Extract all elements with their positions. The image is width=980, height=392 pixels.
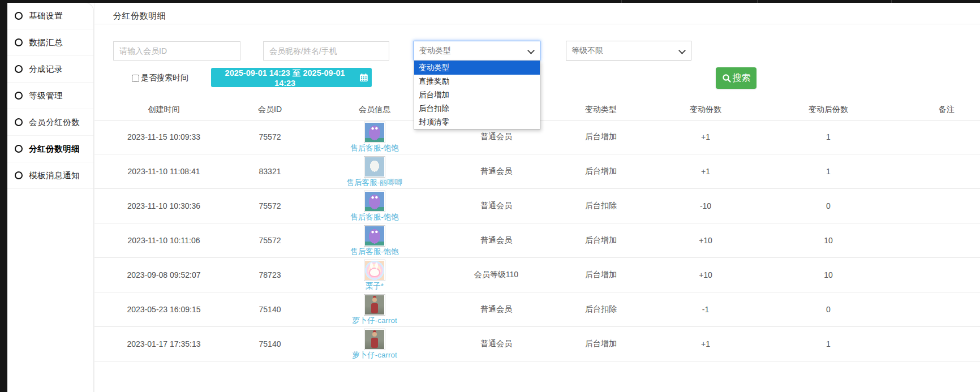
circle-icon <box>15 65 23 73</box>
cell-member-level: 会员等级110 <box>442 270 550 280</box>
search-button[interactable]: 搜索 <box>716 67 757 89</box>
cell-change-type: 后台增加 <box>550 166 652 176</box>
member-nickname-link[interactable]: 售后客服-饱饱 <box>350 247 399 256</box>
change-type-dropdown: 变动类型 直推奖励 后台增加 后台扣除 封顶清零 <box>414 61 540 130</box>
cell-create-time: 2023-11-10 11:08:41 <box>94 167 233 176</box>
cell-change-type: 后台增加 <box>550 270 652 280</box>
dropdown-option[interactable]: 变动类型 <box>414 61 540 75</box>
circle-icon <box>15 171 23 179</box>
cell-member-level: 普通会员 <box>442 235 550 245</box>
table-body: 2023-11-15 10:09:33 75572 售后客服-饱饱 普通会员 后… <box>94 120 980 361</box>
cell-change-type: 后台增加 <box>550 132 652 142</box>
sidebar-item-5[interactable]: 会员分红份数 <box>7 109 93 136</box>
circle-icon <box>15 145 23 153</box>
cell-member-info: 栗子* <box>307 258 442 292</box>
sidebar-item-7[interactable]: 模板消息通知 <box>7 162 93 189</box>
dropdown-option[interactable]: 直推奖励 <box>414 75 540 88</box>
cell-member-level: 普通会员 <box>442 166 550 176</box>
date-range-text: 2025-09-01 14:23 至 2025-09-01 14:23 <box>214 68 355 88</box>
cell-change-type: 后台扣除 <box>550 201 652 211</box>
cell-after-shares: 10 <box>759 236 897 245</box>
cell-change-type: 后台增加 <box>550 339 652 349</box>
cell-after-shares: 0 <box>759 305 897 314</box>
cell-change-shares: +10 <box>652 270 759 279</box>
cell-change-shares: +1 <box>652 339 759 348</box>
cell-member-info: 售后客服-饱饱 <box>307 223 442 257</box>
cell-member-info: 萝卜仔-carrot <box>307 327 442 361</box>
member-avatar <box>364 156 385 178</box>
chevron-down-icon <box>678 47 686 54</box>
table-row: 2023-11-10 10:11:06 75572 售后客服-饱饱 普通会员 后… <box>94 223 980 258</box>
cell-after-shares: 0 <box>759 201 897 210</box>
sidebar-item-label: 分红份数明细 <box>29 144 80 154</box>
table-header-cell: 变动份数 <box>652 105 759 115</box>
member-avatar <box>364 225 385 247</box>
cell-change-shares: -10 <box>652 201 759 210</box>
member-nickname-link[interactable]: 售后客服-饱饱 <box>350 144 399 152</box>
member-id-input[interactable] <box>113 41 240 61</box>
search-button-label: 搜索 <box>733 72 751 84</box>
cell-member-id: 75572 <box>233 132 307 141</box>
calendar-icon <box>359 73 368 82</box>
sidebar-item-4[interactable]: 等级管理 <box>7 83 93 109</box>
member-nickname-link[interactable]: 栗子* <box>366 282 384 290</box>
circle-icon <box>15 118 23 126</box>
cell-member-info: 售后客服-丽唧唧 <box>307 154 442 188</box>
dropdown-option[interactable]: 后台增加 <box>414 88 540 102</box>
sidebar-item-label: 基础设置 <box>29 11 63 21</box>
cell-after-shares: 1 <box>759 339 897 348</box>
date-range-button[interactable]: 2025-09-01 14:23 至 2025-09-01 14:23 <box>211 68 372 87</box>
cell-member-info: 售后客服-饱饱 <box>307 189 442 223</box>
cell-member-id: 75572 <box>233 201 307 210</box>
member-nickname-link[interactable]: 萝卜仔-carrot <box>352 316 397 325</box>
table-header-cell: 会员ID <box>233 105 307 115</box>
cell-member-level: 普通会员 <box>442 339 550 349</box>
dropdown-option[interactable]: 后台扣除 <box>414 102 540 115</box>
member-avatar <box>364 260 385 281</box>
change-type-select-value: 变动类型 <box>419 46 451 56</box>
cell-member-id: 75140 <box>233 339 307 348</box>
table-header-cell: 备注 <box>897 105 980 115</box>
sidebar-item-2[interactable]: 数据汇总 <box>7 29 93 56</box>
dropdown-option[interactable]: 封顶清零 <box>414 115 540 129</box>
cell-create-time: 2023-09-08 09:52:07 <box>94 270 233 279</box>
circle-icon <box>15 12 23 20</box>
circle-icon <box>15 92 23 100</box>
sidebar-item-3[interactable]: 分成记录 <box>7 56 93 83</box>
table-row: 2023-09-08 09:52:07 78723 栗子* 会员等级110 后台… <box>94 258 980 292</box>
window-left-edge <box>0 0 7 392</box>
cell-member-level: 普通会员 <box>442 304 550 315</box>
member-nickname-link[interactable]: 售后客服-饱饱 <box>350 213 399 221</box>
nickname-input[interactable] <box>263 41 389 61</box>
cell-member-id: 78723 <box>233 270 307 279</box>
table-header-cell: 变动后份数 <box>759 105 897 115</box>
search-time-checkbox[interactable]: 是否搜索时间 <box>132 73 188 83</box>
level-select-value: 等级不限 <box>571 46 603 56</box>
cell-member-level: 普通会员 <box>442 132 550 142</box>
sidebar-item-label: 会员分红份数 <box>29 117 80 128</box>
level-select[interactable]: 等级不限 <box>566 41 691 61</box>
cell-create-time: 2023-05-23 16:09:15 <box>94 305 233 314</box>
title-divider <box>94 24 980 24</box>
table-row: 2023-05-23 16:09:15 75140 萝卜仔-carrot 普通会… <box>94 292 980 327</box>
table-header-cell: 变动类型 <box>550 105 652 115</box>
cell-create-time: 2023-11-10 10:30:36 <box>94 201 233 210</box>
page-title: 分红份数明细 <box>113 11 166 21</box>
cell-member-level: 普通会员 <box>442 201 550 211</box>
circle-icon <box>15 38 23 46</box>
member-avatar <box>364 329 385 350</box>
table-row: 2023-01-17 17:35:13 75140 萝卜仔-carrot 普通会… <box>94 327 980 361</box>
cell-change-shares: +1 <box>652 132 759 141</box>
chevron-down-icon <box>527 47 535 54</box>
checkbox[interactable] <box>132 75 139 82</box>
change-type-select[interactable]: 变动类型 <box>414 41 540 61</box>
cell-member-id: 75140 <box>233 305 307 314</box>
sidebar-item-1[interactable]: 基础设置 <box>7 3 93 29</box>
member-nickname-link[interactable]: 售后客服-丽唧唧 <box>347 178 403 187</box>
sidebar: 基础设置 数据汇总 分成记录 等级管理 会员分红份数 分红份数明细 模板消息通知 <box>7 2 94 392</box>
sidebar-item-label: 模板消息通知 <box>29 170 80 181</box>
browser-top-bar <box>0 0 980 3</box>
tab-divider <box>891 0 892 3</box>
member-nickname-link[interactable]: 萝卜仔-carrot <box>352 351 397 359</box>
sidebar-item-6[interactable]: 分红份数明细 <box>7 136 93 162</box>
